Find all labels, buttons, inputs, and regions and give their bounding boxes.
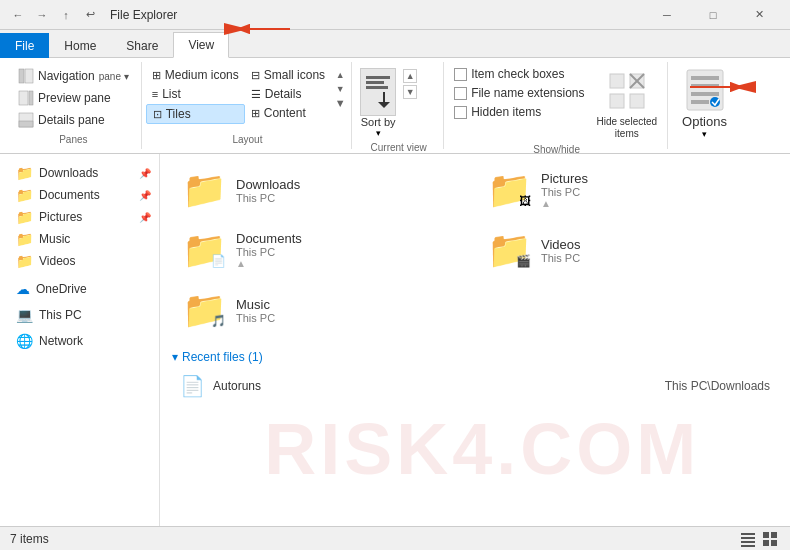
- current-view-up[interactable]: ▲: [403, 69, 417, 83]
- sidebar-item-pictures-label: Pictures: [39, 210, 82, 224]
- downloads-icon: 📁: [182, 169, 227, 211]
- folder-tile-videos[interactable]: 📁 🎬 Videos This PC: [477, 222, 778, 278]
- tiles-label: Tiles: [166, 107, 191, 121]
- sidebar-item-videos[interactable]: 📁 Videos: [0, 250, 159, 272]
- recent-header[interactable]: ▾ Recent files (1): [172, 350, 778, 364]
- scroll-up-arrow[interactable]: ▲: [333, 68, 347, 82]
- list-button[interactable]: ≡ List: [146, 85, 245, 103]
- up-qat-button[interactable]: ↑: [56, 5, 76, 25]
- sidebar-item-network-label: Network: [39, 334, 83, 348]
- back-qat-button[interactable]: ←: [8, 5, 28, 25]
- navigation-pane-button[interactable]: Navigation pane ▾: [12, 66, 135, 86]
- svg-rect-8: [366, 86, 388, 89]
- svg-rect-24: [741, 537, 755, 539]
- downloads-path: This PC: [236, 192, 300, 204]
- pictures-name: Pictures: [541, 171, 588, 186]
- recent-file-autoruns[interactable]: 📄 Autoruns This PC\Downloads: [172, 370, 778, 402]
- details-button[interactable]: ☰ Details: [245, 85, 331, 103]
- sort-by-button[interactable]: Sort by ▾: [358, 66, 398, 140]
- item-check-boxes-checkbox: [454, 68, 467, 81]
- medium-icons-icon: ⊞: [152, 69, 161, 82]
- pictures-info: Pictures This PC ▲: [541, 171, 588, 209]
- svg-rect-3: [29, 91, 33, 105]
- hidden-items-toggle[interactable]: Hidden items: [452, 104, 586, 120]
- tab-home[interactable]: Home: [49, 33, 111, 58]
- list-view-toggle[interactable]: [738, 530, 758, 548]
- sort-by-icon: [360, 68, 396, 116]
- tab-view[interactable]: View: [173, 32, 229, 58]
- folder-grid: 📁 Downloads This PC 📁 🖼 Pictures This PC…: [172, 162, 778, 338]
- item-check-boxes-toggle[interactable]: Item check boxes: [452, 66, 586, 82]
- svg-marker-10: [378, 102, 390, 108]
- sidebar-item-downloads-label: Downloads: [39, 166, 98, 180]
- downloads-thumb: 📁: [180, 170, 228, 210]
- svg-rect-18: [691, 76, 719, 80]
- autoruns-icon: 📄: [180, 374, 205, 398]
- content-button[interactable]: ⊞ Content: [245, 104, 331, 122]
- hide-selected-items-button[interactable]: Hide selecteditems: [593, 66, 662, 142]
- options-button[interactable]: Options ▾: [670, 62, 739, 149]
- sidebar-item-onedrive[interactable]: ☁ OneDrive: [0, 278, 159, 300]
- scroll-down-arrow[interactable]: ▼: [333, 82, 347, 96]
- svg-rect-30: [771, 540, 777, 546]
- current-view-down[interactable]: ▼: [403, 85, 417, 99]
- details-icon: ☰: [251, 88, 261, 101]
- undo-qat-button[interactable]: ↩: [80, 5, 100, 25]
- tab-file[interactable]: File: [0, 33, 49, 58]
- svg-rect-0: [19, 69, 24, 83]
- nav-pane-sublabel: pane ▾: [99, 71, 129, 82]
- pin-icon-pictures: 📌: [139, 212, 151, 223]
- details-view-toggle[interactable]: [760, 530, 780, 548]
- sidebar-item-downloads[interactable]: 📁 Downloads 📌: [0, 162, 159, 184]
- sidebar-item-music[interactable]: 📁 Music: [0, 228, 159, 250]
- sidebar-item-network[interactable]: 🌐 Network: [0, 330, 159, 352]
- folder-tile-music[interactable]: 📁 🎵 Music This PC: [172, 282, 473, 338]
- nav-pane-label: Navigation: [38, 69, 95, 83]
- file-name-extensions-checkbox: [454, 87, 467, 100]
- current-view-group-label: Current view: [358, 140, 439, 153]
- details-pane-button[interactable]: Details pane: [12, 110, 135, 130]
- forward-qat-button[interactable]: →: [32, 5, 52, 25]
- folder-tile-downloads[interactable]: 📁 Downloads This PC: [172, 162, 473, 218]
- documents-folder-icon: 📁: [16, 187, 33, 203]
- maximize-button[interactable]: □: [690, 0, 736, 30]
- thispc-icon: 💻: [16, 307, 33, 323]
- main-area: 📁 Downloads 📌 📁 Documents 📌 📁 Pictures 📌…: [0, 154, 790, 526]
- medium-icons-button[interactable]: ⊞ Medium icons: [146, 66, 245, 84]
- pin-icon-documents: 📌: [139, 190, 151, 201]
- folder-tile-pictures[interactable]: 📁 🖼 Pictures This PC ▲: [477, 162, 778, 218]
- sidebar-item-pictures[interactable]: 📁 Pictures 📌: [0, 206, 159, 228]
- expand-arrow[interactable]: ▼: [333, 96, 347, 110]
- videos-info: Videos This PC: [541, 237, 581, 264]
- file-name-extensions-toggle[interactable]: File name extensions: [452, 85, 586, 101]
- pictures-badge: 🖼: [519, 194, 531, 208]
- ribbon: Navigation pane ▾ Preview pane Details p…: [0, 58, 790, 154]
- pictures-path: This PC: [541, 186, 588, 198]
- ribbon-tabs: File Home Share View: [0, 30, 790, 58]
- close-button[interactable]: ✕: [736, 0, 782, 30]
- documents-thumb: 📁 📄: [180, 230, 228, 270]
- item-check-boxes-label: Item check boxes: [471, 67, 564, 81]
- sidebar-item-documents[interactable]: 📁 Documents 📌: [0, 184, 159, 206]
- folder-tile-documents[interactable]: 📁 📄 Documents This PC ▲: [172, 222, 473, 278]
- recent-files-section: ▾ Recent files (1) 📄 Autoruns This PC\Do…: [172, 350, 778, 402]
- documents-sub: ▲: [236, 258, 302, 269]
- preview-pane-button[interactable]: Preview pane: [12, 88, 135, 108]
- tiles-icon: ⊡: [153, 108, 162, 121]
- tiles-button[interactable]: ⊡ Tiles: [146, 104, 245, 124]
- minimize-button[interactable]: ─: [644, 0, 690, 30]
- music-thumb: 📁 🎵: [180, 290, 228, 330]
- autoruns-name: Autoruns: [213, 379, 657, 393]
- details-label: Details: [265, 87, 302, 101]
- layout-scroll-arrows: ▲ ▼ ▼: [331, 66, 349, 132]
- layout-group-label: Layout: [146, 132, 349, 145]
- sidebar-item-thispc[interactable]: 💻 This PC: [0, 304, 159, 326]
- sort-by-label: Sort by: [361, 116, 396, 128]
- tab-share[interactable]: Share: [111, 33, 173, 58]
- pictures-sub: ▲: [541, 198, 588, 209]
- sidebar-item-music-label: Music: [39, 232, 70, 246]
- current-view-arrows: ▲ ▼: [402, 68, 418, 100]
- music-folder-icon: 📁: [16, 231, 33, 247]
- svg-rect-13: [610, 94, 624, 108]
- small-icons-button[interactable]: ⊟ Small icons: [245, 66, 331, 84]
